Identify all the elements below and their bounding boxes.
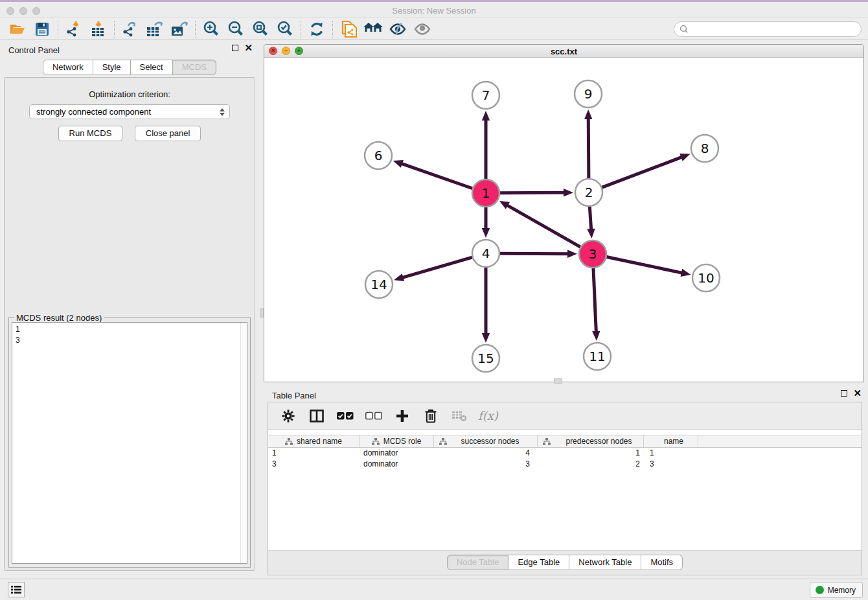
graph-edge-arrowhead [567, 250, 577, 258]
home-icon[interactable] [361, 19, 385, 39]
unselect-all-columns-icon[interactable] [364, 406, 383, 426]
import-table-icon[interactable] [86, 19, 111, 39]
table-row[interactable]: 3 dominator 3 2 3 [268, 459, 862, 470]
result-scrollbar[interactable] [240, 323, 247, 563]
close-panel-button[interactable]: Close panel [135, 126, 201, 141]
cell-mcds-role[interactable]: dominator [360, 448, 434, 459]
network-graph[interactable]: 1234678910111415 [264, 58, 863, 382]
float-table-panel-icon[interactable] [841, 390, 847, 397]
cell-shared-name[interactable]: 3 [268, 459, 360, 470]
delete-column-trash-icon[interactable] [421, 406, 440, 426]
graph-edge[interactable] [500, 253, 569, 254]
open-session-icon[interactable] [5, 19, 30, 39]
zoom-selected-icon[interactable] [273, 19, 297, 39]
zoom-fit-icon[interactable] [248, 19, 273, 39]
tab-network-table[interactable]: Network Table [569, 555, 641, 570]
graph-edge[interactable] [602, 157, 683, 187]
graph-edge[interactable] [507, 205, 580, 247]
mcds-result-line: 3 [16, 335, 244, 346]
tab-style[interactable]: Style [93, 60, 131, 75]
close-panel-icon[interactable]: ✕ [244, 45, 253, 51]
show-column-panel-icon[interactable] [307, 406, 326, 426]
graph-edge[interactable] [593, 268, 596, 332]
show-panel-eye-icon [410, 19, 435, 39]
graph-edge-arrowhead [482, 333, 490, 343]
zoom-out-icon[interactable] [223, 19, 248, 39]
cell-successor-nodes[interactable]: 3 [434, 459, 538, 470]
mcds-result-text[interactable]: 1 3 [12, 322, 247, 564]
search-icon [680, 25, 689, 34]
cell-predecessor-nodes[interactable]: 1 [538, 448, 644, 459]
graph-edge[interactable] [402, 257, 472, 278]
graph-edge[interactable] [607, 257, 683, 273]
table-row[interactable]: 1 dominator 4 1 1 [268, 448, 862, 459]
tab-edge-table[interactable]: Edge Table [508, 555, 569, 570]
tab-select[interactable]: Select [131, 60, 173, 75]
graph-edge[interactable] [589, 207, 591, 230]
graph-edge-arrowhead [592, 331, 600, 341]
column-header-successor-nodes[interactable]: successor nodes [434, 435, 538, 447]
graph-edge-arrowhead [394, 273, 404, 281]
column-header-predecessor-nodes[interactable]: predecessor nodes [538, 435, 644, 447]
cell-name[interactable]: 3 [644, 459, 698, 470]
export-table-icon[interactable] [143, 19, 167, 39]
graph-node-label: 3 [589, 246, 597, 262]
graph-node-label: 9 [584, 86, 593, 102]
select-all-columns-icon[interactable] [336, 406, 355, 426]
float-panel-icon[interactable] [232, 45, 238, 51]
zoom-in-icon[interactable] [199, 19, 223, 39]
graph-edge-arrowhead [393, 160, 404, 168]
close-table-panel-icon[interactable]: ✕ [853, 390, 862, 397]
graph-node-label: 4 [482, 246, 490, 261]
graph-node-label: 1 [482, 185, 490, 201]
search-input[interactable] [689, 25, 861, 34]
cell-predecessor-nodes[interactable]: 2 [538, 459, 644, 470]
graph-edge[interactable] [500, 192, 565, 193]
cell-name[interactable]: 1 [644, 448, 698, 459]
network-window-titlebar[interactable]: ✕ − + scc.txt [264, 45, 863, 58]
graph-node-label: 6 [374, 148, 383, 163]
export-network-icon[interactable] [118, 19, 143, 39]
tab-mcds[interactable]: MCDS [173, 60, 216, 75]
cell-mcds-role[interactable]: dominator [360, 459, 434, 470]
column-header-name[interactable]: name [644, 435, 698, 447]
create-column-plus-icon[interactable] [393, 406, 412, 426]
node-table[interactable]: shared name MCDS role successor nodes pr… [268, 435, 862, 470]
table-tabs-bar: Node Table Edge Table Network Table Moti… [268, 550, 862, 575]
table-panel: Table Panel ✕ [264, 386, 868, 579]
network-view-window: ✕ − + scc.txt 1234678910111415 [264, 44, 864, 382]
table-header-row[interactable]: shared name MCDS role successor nodes pr… [268, 435, 862, 448]
new-network-icon[interactable] [336, 19, 361, 39]
tab-motifs[interactable]: Motifs [641, 555, 683, 570]
hide-panel-eye-icon[interactable] [385, 19, 410, 39]
import-network-icon[interactable] [62, 19, 86, 39]
graph-node-label: 14 [371, 277, 387, 292]
network-canvas[interactable]: 1234678910111415 [264, 58, 863, 382]
graph-node-label: 2 [585, 185, 593, 200]
mcds-panel: Optimization criterion: strongly connect… [4, 77, 255, 571]
graph-edge-arrowhead [584, 110, 592, 119]
memory-button[interactable]: Memory [810, 582, 863, 598]
cell-successor-nodes[interactable]: 4 [434, 448, 538, 459]
graph-edge[interactable] [588, 118, 589, 178]
select-stepper-icon [220, 108, 225, 116]
graph-edge[interactable] [401, 163, 472, 189]
run-mcds-button[interactable]: Run MCDS [58, 126, 123, 141]
optimization-criterion-select[interactable]: strongly connected component [29, 104, 230, 119]
network-resize-grip[interactable] [554, 378, 562, 384]
graph-node-label: 7 [482, 87, 490, 103]
export-image-icon[interactable] [167, 19, 192, 39]
save-session-icon[interactable] [30, 19, 54, 39]
column-header-shared-name[interactable]: shared name [268, 435, 360, 447]
refresh-layout-icon[interactable] [304, 19, 329, 39]
table-settings-gear-icon[interactable] [279, 406, 298, 426]
tab-network[interactable]: Network [43, 60, 93, 75]
task-history-button[interactable] [8, 582, 25, 597]
column-header-mcds-role[interactable]: MCDS role [360, 435, 434, 447]
search-box[interactable] [674, 21, 862, 37]
function-builder-icon: f(x) [478, 409, 498, 422]
tab-node-table[interactable]: Node Table [447, 555, 509, 570]
cell-shared-name[interactable]: 1 [268, 448, 360, 459]
memory-label: Memory [828, 586, 856, 595]
optimization-criterion-label: Optimization criterion: [5, 89, 255, 99]
